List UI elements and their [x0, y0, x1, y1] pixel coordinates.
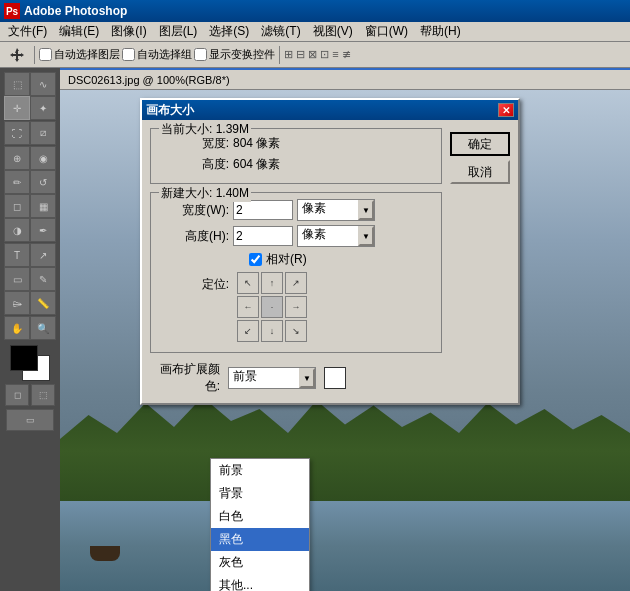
dialog-overlay: 画布大小 ✕ 当前大小: 1.39M 宽度: 804 像素: [60, 68, 630, 591]
quick-mask-btn[interactable]: ⬚: [31, 384, 55, 406]
auto-select-layer-checkbox[interactable]: [39, 48, 52, 61]
dropdown-item-other[interactable]: 其他...: [211, 574, 309, 591]
tool-marquee[interactable]: ⬚: [4, 72, 30, 96]
tool-group-nav: ✋ 🔍: [4, 316, 56, 340]
toolbar-sep-1: [34, 46, 35, 64]
title-bar: Ps Adobe Photoshop: [0, 0, 630, 22]
canvas-area: DSC02613.jpg @ 100%(RGB/8*) 画布大小 ✕: [60, 68, 630, 591]
new-size-group: 新建大小: 1.40M 宽度(W): 像素 ▼: [150, 192, 442, 353]
canvas-color-select-wrapper[interactable]: 前景 ▼: [228, 367, 316, 389]
tool-move[interactable]: ✛: [4, 96, 30, 120]
main-area: ⬚ ∿ ✛ ✦ ⛶ ⧄ ⊕ ◉ ✏ ↺ ◻: [0, 68, 630, 591]
new-width-row: 宽度(W): 像素 ▼: [159, 199, 433, 221]
cancel-button[interactable]: 取消: [450, 160, 510, 184]
dropdown-item-white[interactable]: 白色: [211, 505, 309, 528]
tool-lasso[interactable]: ∿: [30, 72, 56, 96]
dropdown-item-gray[interactable]: 灰色: [211, 551, 309, 574]
tool-crop[interactable]: ⛶: [4, 121, 30, 145]
menu-view[interactable]: 视图(V): [307, 22, 359, 41]
menu-edit[interactable]: 编辑(E): [53, 22, 105, 41]
menu-help[interactable]: 帮助(H): [414, 22, 467, 41]
tool-path[interactable]: ↗: [30, 243, 56, 267]
menu-file[interactable]: 文件(F): [2, 22, 53, 41]
tool-eyedropper[interactable]: ⌲: [4, 291, 30, 315]
width-unit-arrow[interactable]: ▼: [358, 200, 374, 220]
height-unit-select-wrapper[interactable]: 像素 ▼: [297, 225, 375, 247]
menu-filter[interactable]: 滤镜(T): [255, 22, 306, 41]
tool-slice[interactable]: ⧄: [30, 121, 56, 145]
new-width-input[interactable]: [233, 200, 293, 220]
dropdown-item-black[interactable]: 黑色: [211, 528, 309, 551]
new-height-input[interactable]: [233, 226, 293, 246]
canvas-color-arrow[interactable]: ▼: [299, 368, 315, 388]
canvas-size-dialog: 画布大小 ✕ 当前大小: 1.39M 宽度: 804 像素: [140, 98, 520, 405]
width-unit-select-wrapper[interactable]: 像素 ▼: [297, 199, 375, 221]
current-size-label: 当前大小: 1.39M: [159, 121, 251, 138]
tool-eraser[interactable]: ◻: [4, 194, 30, 218]
dropdown-item-background[interactable]: 背景: [211, 482, 309, 505]
menu-select[interactable]: 选择(S): [203, 22, 255, 41]
foreground-color-swatch[interactable]: [10, 345, 38, 371]
align-controls: ⊞ ⊟ ⊠ ⊡ ≡ ≢: [284, 48, 351, 61]
sidebar: ⬚ ∿ ✛ ✦ ⛶ ⧄ ⊕ ◉ ✏ ↺ ◻: [0, 68, 60, 591]
height-unit-arrow[interactable]: ▼: [358, 226, 374, 246]
mode-buttons: ◻ ⬚: [5, 384, 55, 406]
anchor-tc[interactable]: ↑: [261, 272, 283, 294]
standard-mode-btn[interactable]: ◻: [5, 384, 29, 406]
tool-magic-wand[interactable]: ✦: [30, 96, 56, 120]
anchor-ml[interactable]: ←: [237, 296, 259, 318]
tool-history[interactable]: ↺: [30, 170, 56, 194]
menu-image[interactable]: 图像(I): [105, 22, 152, 41]
tool-group-select: ⬚ ∿ ✛ ✦: [4, 72, 56, 120]
dialog-buttons: 确定 取消: [450, 128, 510, 395]
anchor-grid: ↖ ↑ ↗ ← · → ↙ ↓ ↘: [237, 272, 307, 342]
relative-checkbox[interactable]: [249, 253, 262, 266]
anchor-bc[interactable]: ↓: [261, 320, 283, 342]
tool-group-crop: ⛶ ⧄: [4, 121, 56, 145]
canvas-color-label: 画布扩展颜色:: [150, 361, 220, 395]
tool-text[interactable]: T: [4, 243, 30, 267]
move-tool-btn[interactable]: [4, 44, 30, 66]
screen-mode-btn[interactable]: ▭: [6, 409, 54, 431]
tool-group-text: T ↗ ▭ ✎ ⌲ 📏: [4, 243, 56, 315]
menu-window[interactable]: 窗口(W): [359, 22, 414, 41]
auto-select-group-checkbox[interactable]: [122, 48, 135, 61]
tool-dodge[interactable]: ◑: [4, 218, 30, 242]
relative-label: 相对(R): [266, 251, 307, 268]
current-height-value: 604 像素: [233, 156, 280, 173]
toolbar: 自动选择图层 自动选择组 显示变换控件 ⊞ ⊟ ⊠ ⊡ ≡ ≢: [0, 42, 630, 68]
toolbar-sep-2: [279, 46, 280, 64]
tool-zoom[interactable]: 🔍: [30, 316, 56, 340]
tool-hand[interactable]: ✋: [4, 316, 30, 340]
show-transform-controls-checkbox[interactable]: [194, 48, 207, 61]
show-transform-controls-label: 显示变换控件: [194, 47, 275, 62]
canvas-color-dropdown: 前景 背景 白色 黑色 灰色 其他...: [210, 458, 310, 591]
relative-checkbox-row: 相对(R): [249, 251, 433, 268]
ok-button[interactable]: 确定: [450, 132, 510, 156]
dialog-close-button[interactable]: ✕: [498, 103, 514, 117]
anchor-mc[interactable]: ·: [261, 296, 283, 318]
anchor-br[interactable]: ↘: [285, 320, 307, 342]
new-size-label: 新建大小: 1.40M: [159, 185, 251, 202]
anchor-mr[interactable]: →: [285, 296, 307, 318]
auto-select-group-label: 自动选择组: [122, 47, 192, 62]
tool-pen[interactable]: ✒: [30, 218, 56, 242]
tool-stamp[interactable]: ◉: [30, 146, 56, 170]
tool-gradient[interactable]: ▦: [30, 194, 56, 218]
app-icon: Ps: [4, 3, 20, 19]
tool-brush[interactable]: ✏: [4, 170, 30, 194]
tool-heal[interactable]: ⊕: [4, 146, 30, 170]
tool-notes[interactable]: ✎: [30, 267, 56, 291]
width-unit-text: 像素: [298, 200, 358, 220]
canvas-color-row: 画布扩展颜色: 前景 ▼: [150, 361, 442, 395]
anchor-tr[interactable]: ↗: [285, 272, 307, 294]
dropdown-item-foreground[interactable]: 前景: [211, 459, 309, 482]
canvas-color-preview[interactable]: [324, 367, 346, 389]
dialog-body: 当前大小: 1.39M 宽度: 804 像素 高度: 604 像素: [142, 120, 518, 403]
menu-layer[interactable]: 图层(L): [153, 22, 204, 41]
tool-measure[interactable]: 📏: [30, 291, 56, 315]
anchor-bl[interactable]: ↙: [237, 320, 259, 342]
tool-shape[interactable]: ▭: [4, 267, 30, 291]
anchor-tl[interactable]: ↖: [237, 272, 259, 294]
colors-display: [10, 345, 50, 381]
